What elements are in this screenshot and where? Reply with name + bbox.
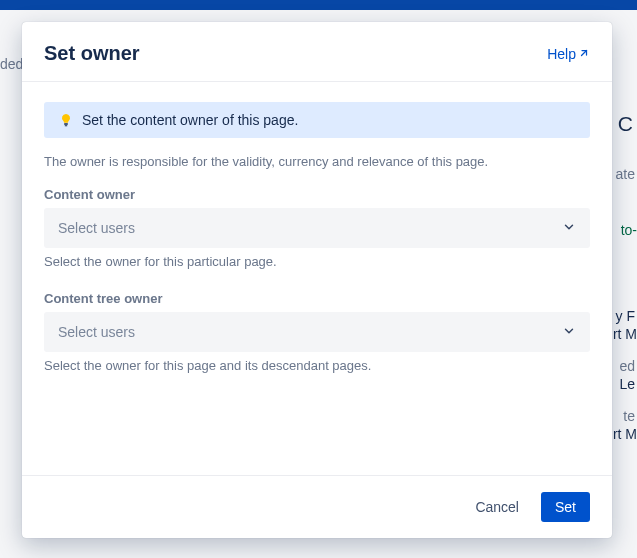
bg-text: C [618, 112, 633, 136]
lightbulb-icon [58, 112, 74, 128]
bg-text: to- [621, 222, 637, 238]
bg-text: ed [619, 358, 635, 374]
info-callout: Set the content owner of this page. [44, 102, 590, 138]
set-owner-modal: Set owner Help Set the content owner of … [22, 22, 612, 538]
chevron-down-icon [562, 324, 576, 341]
content-owner-help: Select the owner for this particular pag… [44, 254, 590, 269]
content-tree-owner-select[interactable]: Select users [44, 312, 590, 352]
bg-text: te [623, 408, 635, 424]
content-owner-field: Content owner Select users Select the ow… [44, 187, 590, 269]
modal-title: Set owner [44, 42, 140, 65]
content-tree-owner-label: Content tree owner [44, 291, 590, 306]
chevron-down-icon [562, 220, 576, 237]
modal-header: Set owner Help [22, 22, 612, 82]
content-tree-owner-field: Content tree owner Select users Select t… [44, 291, 590, 373]
external-link-icon [578, 46, 590, 62]
bg-text: ded [0, 56, 23, 72]
content-tree-owner-help: Select the owner for this page and its d… [44, 358, 590, 373]
svg-rect-1 [65, 125, 68, 126]
cancel-button[interactable]: Cancel [461, 492, 533, 522]
modal-footer: Cancel Set [22, 475, 612, 538]
help-link-label: Help [547, 46, 576, 62]
callout-text: Set the content owner of this page. [82, 112, 298, 128]
content-owner-label: Content owner [44, 187, 590, 202]
svg-rect-0 [64, 123, 68, 124]
modal-body: Set the content owner of this page. The … [22, 82, 612, 475]
bg-text: rt M [613, 326, 637, 342]
content-owner-select[interactable]: Select users [44, 208, 590, 248]
help-link[interactable]: Help [547, 46, 590, 62]
bg-text: rt M [613, 426, 637, 442]
select-placeholder: Select users [58, 324, 135, 340]
app-top-bar [0, 0, 637, 10]
modal-description: The owner is responsible for the validit… [44, 154, 590, 169]
select-placeholder: Select users [58, 220, 135, 236]
bg-text: ate [616, 166, 635, 182]
set-button[interactable]: Set [541, 492, 590, 522]
bg-text: Le [619, 376, 635, 392]
bg-text: y F [616, 308, 635, 324]
